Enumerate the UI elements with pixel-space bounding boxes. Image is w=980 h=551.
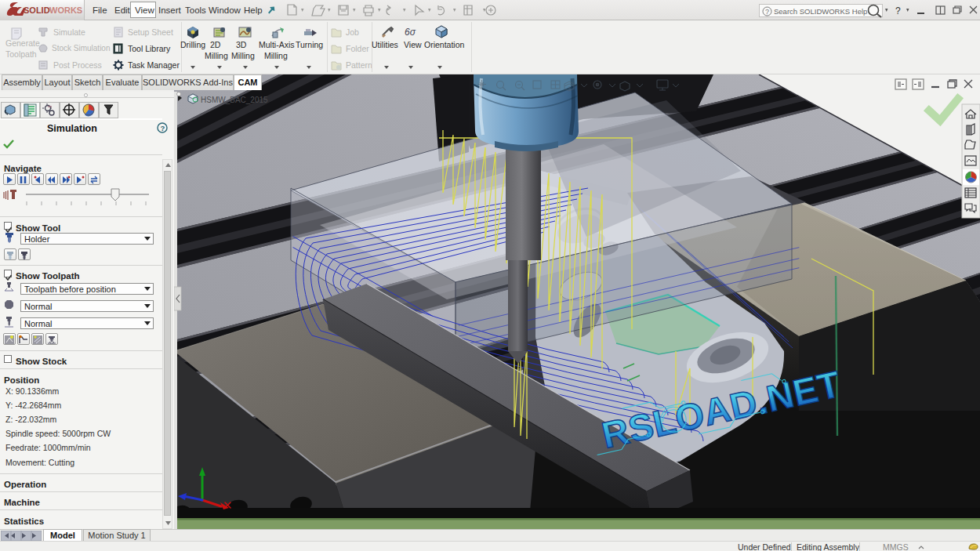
svg-text:?: ? bbox=[160, 124, 165, 132]
svg-text:6σ: 6σ bbox=[405, 27, 416, 38]
svg-text:HSMW_BAC_2015: HSMW_BAC_2015 bbox=[201, 96, 268, 104]
svg-text:?: ? bbox=[765, 8, 769, 16]
svg-text:?: ? bbox=[895, 5, 901, 16]
svg-text:SOLID: SOLID bbox=[24, 5, 50, 15]
svg-text:WORKS: WORKS bbox=[49, 5, 82, 15]
